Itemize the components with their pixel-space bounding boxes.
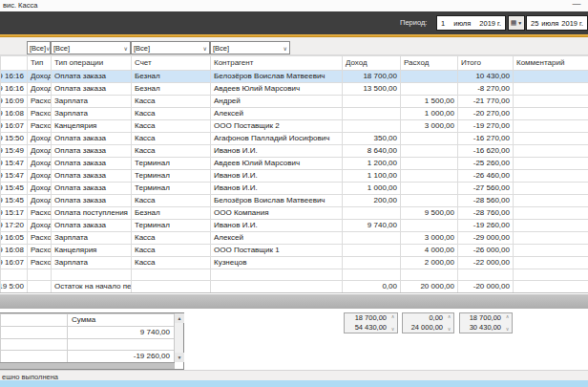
period-from-input[interactable]: 1 июля 2019 г.	[436, 15, 506, 31]
balance-row[interactable]: 19 5:00Остаток на начало периода0,0020 0…	[1, 281, 588, 293]
table-row[interactable]: 19 16:07РасходКанцелярияКассаООО Поставщ…	[1, 120, 588, 133]
cell-expense	[401, 145, 458, 158]
grand-total-spinner[interactable]: ∧ ∨	[503, 313, 512, 333]
table-row[interactable]: 19 15:49ДоходОплата заказаКассаИванов И.…	[1, 145, 588, 158]
column-header[interactable]	[1, 56, 28, 71]
filter-operation-dropdown[interactable]: [Все] ∨	[51, 41, 131, 54]
cell-date: 19 15:17	[1, 207, 28, 220]
cell-comment	[514, 269, 588, 281]
column-header[interactable]: Контрагент	[211, 56, 343, 71]
cell-total: -20 000,00	[458, 281, 514, 293]
cell-comment	[514, 120, 588, 133]
cell-account: Терминал	[132, 158, 211, 170]
cell-comment	[514, 145, 588, 158]
income-total-current: 18 700,00	[345, 313, 388, 323]
splitter-handle[interactable]	[0, 294, 588, 309]
column-header[interactable]: Расход	[401, 56, 458, 71]
table-row[interactable]: 19 16:07РасходЗарплатаКассаКузнецов2 000…	[1, 257, 588, 269]
column-header[interactable]: Тип операции	[52, 56, 132, 71]
filter-party-dropdown[interactable]: [Все] ∨	[210, 41, 290, 54]
period-from-year: 2019 г.	[479, 19, 501, 28]
cell-comment	[514, 83, 588, 96]
column-header[interactable]: Счет	[132, 56, 211, 71]
cell-date: 19 15:47	[1, 170, 28, 183]
table-row[interactable]	[1, 269, 588, 281]
cell-income: 200,00	[343, 195, 401, 207]
filter-account-dropdown[interactable]: [Все] ∨	[131, 41, 210, 54]
spin-up-icon[interactable]: ∧	[391, 314, 395, 319]
cell-op: Оплата заказа	[52, 170, 132, 183]
cell-expense	[401, 269, 458, 281]
cell-account	[132, 281, 211, 293]
transactions-table: ТипТип операцииСчетКонтрагентДоходРасход…	[0, 55, 588, 293]
period-to-input[interactable]: 25 июля 2019 г.	[526, 15, 588, 31]
cell-total: -26 460,00	[458, 170, 514, 183]
cell-party: Авдеев Юлий Марсович	[211, 83, 343, 96]
cell-comment	[514, 71, 588, 83]
spin-down-icon[interactable]: ∨	[391, 327, 395, 332]
table-row[interactable]: 19 15:50ДоходОплата заказаКассаАгафонов …	[1, 133, 588, 145]
cell-total: -22 000,00	[458, 257, 514, 269]
cell-party: ООО Поставщик 1	[211, 245, 343, 257]
table-row[interactable]: 19 16:05РасходЗарплатаКассаАлексей3 000,…	[1, 232, 588, 245]
sum-col2-header[interactable]: Сумма	[68, 314, 175, 327]
expense-total-spinner[interactable]: ∧ ∨	[445, 313, 453, 333]
cell-total	[458, 269, 514, 281]
spin-down-icon[interactable]: ∨	[506, 327, 510, 332]
cell-type: Расход	[28, 232, 52, 245]
cell-comment	[514, 257, 588, 269]
cell-total: -20 270,00	[458, 108, 514, 120]
table-row[interactable]: 19 17:20ДоходОплата заказаТерминалИванов…	[1, 220, 588, 232]
column-header[interactable]: Итого	[458, 56, 514, 71]
sum-row[interactable]: -19 260,00	[1, 351, 175, 363]
cell-expense: 20 000,00	[401, 281, 458, 293]
cell-income	[343, 257, 401, 269]
cell-total: -21 770,00	[458, 96, 514, 108]
minimize-button[interactable]: —	[569, 0, 584, 11]
calendar-button[interactable]: ▦ ▼	[508, 15, 525, 31]
cell-type: Расход	[28, 96, 52, 108]
table-row[interactable]: 19 15:47ДоходОплата заказаТерминалАвдеев…	[1, 158, 588, 170]
column-header[interactable]: Тип	[28, 56, 52, 71]
table-row[interactable]: 19 16:16ДоходОплата заказаБезналАвдеев Ю…	[1, 83, 588, 96]
sum-vertical-scrollbar[interactable]: ▲ ▼	[174, 313, 183, 362]
chevron-down-icon: ∨	[124, 45, 128, 52]
cell-comment	[514, 207, 588, 220]
cell-income	[343, 207, 401, 220]
sum-col1-header[interactable]	[1, 314, 68, 327]
sum-row[interactable]	[1, 339, 175, 351]
sum-row[interactable]: 9 740,00	[1, 327, 175, 339]
cell-total: -19 260,00	[458, 220, 514, 232]
scroll-down-icon[interactable]: ▼	[175, 353, 184, 362]
spin-down-icon[interactable]: ∨	[448, 327, 452, 332]
column-header[interactable]: Комментарий	[514, 56, 588, 71]
cell-type: Доход	[28, 158, 52, 170]
cell-party: Белозёров Воислав Матвеевич	[211, 71, 343, 83]
transactions-body: 19 16:16ДоходОплата заказаБезналБелозёро…	[1, 71, 588, 293]
chevron-down-icon: ▼	[517, 20, 522, 26]
column-header[interactable]: Доход	[343, 56, 401, 71]
table-row[interactable]: 19 16:16ДоходОплата заказаБезналБелозёро…	[1, 71, 588, 83]
cell-date: 19 16:08	[1, 108, 28, 120]
sum-horizontal-scrollbar[interactable]	[0, 362, 175, 369]
cell-account: Касса	[132, 257, 211, 269]
table-row[interactable]: 19 15:47ДоходОплата заказаТерминалИванов…	[1, 170, 588, 183]
cell-comment	[514, 220, 588, 232]
table-row[interactable]: 19 15:45ДоходОплата заказаТерминалИванов…	[1, 183, 588, 195]
filter-type-dropdown[interactable]: [Все] ∨	[27, 41, 51, 54]
chevron-down-icon: ∨	[284, 45, 287, 52]
table-row[interactable]: 19 16:08РасходЗарплатаКассаАлексей1 000,…	[1, 108, 588, 120]
spin-up-icon[interactable]: ∧	[506, 314, 510, 319]
table-row[interactable]: 19 16:09РасходЗарплатаКассаАндрей1 500,0…	[1, 96, 588, 108]
table-row[interactable]: 19 15:17РасходОплата поступленияБезналОО…	[1, 207, 588, 220]
cell-date: 19 16:07	[1, 120, 28, 133]
cell-date: 19 15:47	[1, 158, 28, 170]
table-row[interactable]: 19 16:08РасходКанцелярияКассаООО Поставщ…	[1, 245, 588, 257]
cell-expense: 3 000,00	[401, 120, 458, 133]
cell-date: 19 16:09	[1, 96, 28, 108]
table-row[interactable]: 19 15:45ДоходОплата заказаКассаБелозёров…	[1, 195, 588, 207]
income-total-spinner[interactable]: ∧ ∨	[388, 313, 397, 333]
spin-up-icon[interactable]: ∧	[448, 314, 452, 319]
cell-party: Андрей	[211, 96, 343, 108]
scroll-up-icon[interactable]: ▲	[175, 313, 184, 323]
